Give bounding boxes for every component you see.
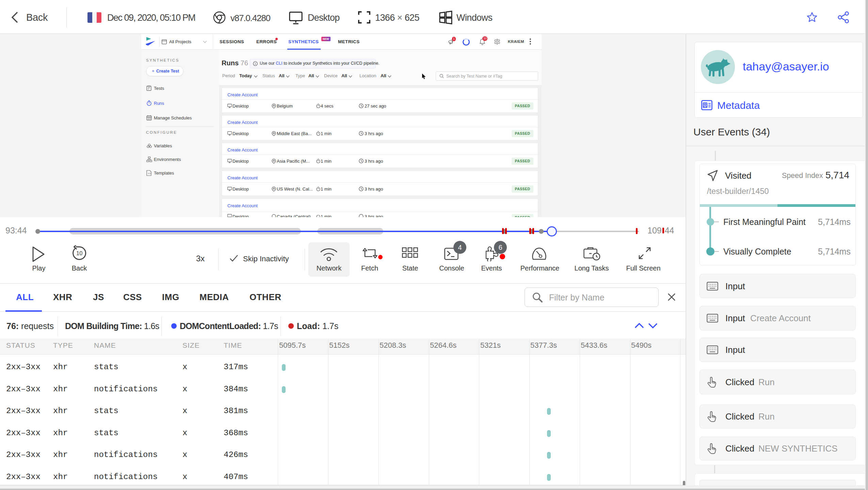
- svg-text:10: 10: [76, 250, 82, 256]
- svg-text:</>: </>: [148, 172, 151, 175]
